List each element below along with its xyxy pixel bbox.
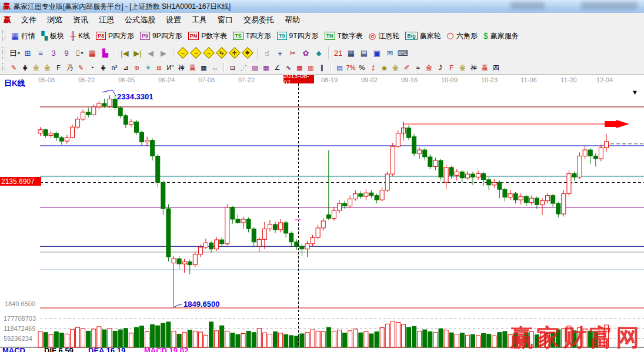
flag-tool[interactable]: ✐	[401, 63, 412, 73]
span-arrow-tool[interactable]: ↔	[209, 63, 221, 73]
date-tick-11-20: 11-20	[560, 76, 576, 83]
menu-item-8[interactable]: 交易委托	[238, 13, 279, 27]
brain-tool[interactable]: ♣	[312, 47, 325, 59]
shen-comb-tool[interactable]: 神	[176, 63, 187, 73]
indicator-name[interactable]: MACD	[2, 346, 25, 352]
calculator-button[interactable]: ▦	[345, 47, 358, 59]
bars-3-icon[interactable]: 3	[47, 47, 60, 59]
purple-grid-fan-tool[interactable]: ▦	[261, 63, 272, 73]
ruler-comb-tool[interactable]: ⋕	[98, 63, 109, 73]
seven-percent-tool[interactable]: 7%	[345, 63, 356, 73]
ying-angle-tool[interactable]: 赢	[479, 63, 490, 73]
percent-tool[interactable]: %	[356, 63, 368, 73]
ninet-square-button[interactable]: T99T四方形	[274, 30, 322, 42]
save-button[interactable]: ▣	[371, 47, 383, 59]
gold-comb-1-tool[interactable]: 金	[31, 63, 42, 73]
wave-mark-tool[interactable]: И"	[165, 63, 176, 73]
candle-style-dropdown[interactable]: ⌷▾	[73, 47, 86, 59]
si-angle-tool[interactable]: 四	[490, 63, 502, 73]
menu-item-2[interactable]: 资讯	[68, 13, 94, 27]
f-comb-tool[interactable]: F	[53, 63, 64, 73]
hand-tool[interactable]: ☝	[261, 47, 273, 59]
chart-dropdown-icon[interactable]: ▼	[632, 89, 638, 96]
nai-comb-tool[interactable]: 乃	[64, 63, 75, 73]
zigzag-tool[interactable]: ∿	[283, 63, 294, 73]
winner-wheel-button[interactable]: Big赢家轮	[402, 30, 444, 42]
ninep-square-button[interactable]: P99P四方形	[137, 30, 185, 42]
comb-lines-tool[interactable]: ⋕	[19, 63, 31, 73]
t-number-table-button[interactable]: TNT数字表	[322, 30, 366, 42]
parallel-lines-tool[interactable]: ∥	[316, 63, 328, 73]
p-number-table-button[interactable]: PNP数字表	[185, 30, 231, 42]
calendar-button[interactable]: 21	[332, 47, 345, 59]
kline-button[interactable]: ╫K线	[67, 30, 93, 42]
sectors-button[interactable]: ▚板块	[38, 30, 67, 42]
grid-web-tool[interactable]: ⊞	[154, 63, 165, 73]
next-button[interactable]: ▶	[157, 47, 170, 59]
quote-list-icon[interactable]: ≡	[34, 47, 47, 59]
angle-line-tool[interactable]: ⊿	[120, 63, 131, 73]
notes-button[interactable]: ▤	[358, 47, 371, 59]
grid-123-tool[interactable]: ▦	[198, 63, 209, 73]
time-compass-tool[interactable]: ◔	[86, 63, 98, 73]
percent-lines-tool[interactable]: ⁒	[368, 63, 379, 73]
menu-item-4[interactable]: 公式选股	[119, 13, 161, 27]
pencil2-tool[interactable]: ✎	[75, 63, 86, 73]
last-page-button[interactable]: ▶|	[131, 47, 144, 59]
gold-angle-tool[interactable]: 金	[457, 63, 468, 73]
pan-right-diamond[interactable]: →	[189, 47, 202, 59]
measure-tool[interactable]: ✂	[286, 47, 299, 59]
mail-button[interactable]: ✉	[383, 47, 396, 59]
menu-item-7[interactable]: 窗口	[212, 13, 238, 27]
red-grid-tool[interactable]: ▦	[294, 63, 305, 73]
shen-angle-tool[interactable]: 神	[468, 63, 479, 73]
fit-all-diamond[interactable]: ✥	[241, 47, 254, 59]
menu-item-5[interactable]: 设置	[161, 13, 186, 27]
f-angle-tool[interactable]: F	[446, 63, 457, 73]
candlestick-chart-surface[interactable]	[0, 75, 644, 352]
red-grid2-tool[interactable]: ▥	[305, 63, 316, 73]
computer-button[interactable]: ⌨	[396, 47, 409, 59]
period-daily-dropdown[interactable]: 日▾	[8, 47, 21, 59]
t-square-button[interactable]: TST四方形	[230, 30, 274, 42]
gann-flower-tool[interactable]: ✿	[299, 47, 312, 59]
menu-item-3[interactable]: 江恩	[94, 13, 119, 27]
menu-item-1[interactable]: 浏览	[42, 13, 68, 27]
quotes-button[interactable]: ▦行情	[8, 30, 38, 42]
pencil-tool[interactable]: ✎	[8, 63, 19, 73]
menu-item-0[interactable]: 文件	[16, 13, 42, 27]
red-fan-tool[interactable]: ⋰	[238, 63, 249, 73]
pattern-box-icon[interactable]: ▦	[86, 47, 99, 59]
compress-h-diamond[interactable]: ⇆	[215, 47, 228, 59]
winner-service-button[interactable]: $赢家服务	[481, 30, 522, 42]
ying-comb-tool[interactable]: 赢	[187, 63, 198, 73]
expand-h-diamond[interactable]: ↔	[202, 47, 215, 59]
ying-angle-tool-icon: 赢	[482, 65, 488, 71]
gold-comb-2-tool[interactable]: 金	[42, 63, 53, 73]
first-page-button[interactable]: |◀	[118, 47, 131, 59]
gann-wheel-button[interactable]: ◎江恩轮	[366, 30, 402, 42]
hexagon-button[interactable]: ⬡六角形	[444, 30, 481, 42]
crosshair-tool[interactable]: ＋	[273, 47, 286, 59]
j-angle-tool[interactable]: J	[435, 63, 446, 73]
gold-red-tool[interactable]: 金	[423, 63, 435, 73]
window-layout-icon[interactable]: ⊞	[21, 47, 34, 59]
pan-left-diamond[interactable]: ←	[176, 47, 189, 59]
menu-item-6[interactable]: 工具	[186, 13, 212, 27]
target-circle-tool[interactable]: ⊕	[131, 63, 142, 73]
gold-circle-tool[interactable]: ◉	[379, 63, 390, 73]
expand-all-diamond[interactable]: ✢	[228, 47, 241, 59]
menu-item-9[interactable]: 帮助	[279, 13, 305, 27]
angle-ray-tool[interactable]: ∠	[272, 63, 283, 73]
web-star-tool[interactable]: ✳	[142, 63, 154, 73]
purple-box-fan-tool[interactable]: ▨	[249, 63, 261, 73]
p-square-button[interactable]: P3P四方形	[93, 30, 137, 42]
color-histogram-icon[interactable]: ▙	[99, 47, 112, 59]
gold-line-tool[interactable]: 金	[390, 63, 401, 73]
n-square-tool[interactable]: n²	[109, 63, 120, 73]
wave-tool[interactable]: ≈	[412, 63, 423, 73]
box-tool[interactable]: ⊡	[227, 63, 238, 73]
column-chart-tool[interactable]: ▤	[334, 63, 345, 73]
prev-button[interactable]: ◀	[144, 47, 157, 59]
bars-9-icon[interactable]: 9	[60, 47, 73, 59]
